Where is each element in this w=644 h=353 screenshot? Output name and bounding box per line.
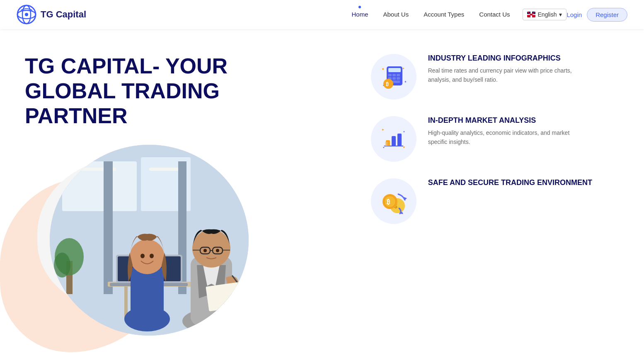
svg-rect-43	[388, 68, 401, 72]
nav-account-types[interactable]: Account Types	[424, 11, 464, 19]
calculator-icon: ✦ ✦ ✦ ✦	[379, 62, 408, 91]
feature-desc-market: High-quality analytics, economic indicat…	[428, 128, 586, 147]
features-section: ✦ ✦ ✦ ✦	[354, 29, 644, 353]
feature-icon-circle-secure: $ ₿	[371, 178, 416, 224]
svg-point-66	[384, 196, 396, 207]
svg-rect-49	[397, 77, 400, 80]
svg-rect-44	[388, 74, 392, 76]
feature-title-secure: SAFE AND SECURE TRADING ENVIRONMENT	[428, 178, 592, 187]
svg-rect-9	[104, 161, 113, 294]
language-label: English	[538, 11, 557, 18]
language-selector[interactable]: English ▾	[523, 9, 567, 20]
main-content: TG CAPITAL- YOUR GLOBAL TRADING PARTNER	[0, 29, 644, 353]
hero-title: TG CAPITAL- YOUR GLOBAL TRADING PARTNER	[25, 54, 240, 128]
svg-rect-60	[392, 136, 396, 146]
svg-rect-46	[397, 74, 400, 76]
svg-text:✦: ✦	[403, 130, 405, 133]
feature-icon-circle-infographics: ✦ ✦ ✦ ✦	[371, 54, 416, 100]
nav-about[interactable]: About Us	[383, 11, 409, 19]
feature-title-market: IN-DEPTH MARKET ANALYSIS	[428, 116, 586, 125]
svg-text:✦: ✦	[383, 146, 385, 149]
hero-image-circle	[50, 145, 249, 336]
svg-point-20	[140, 254, 145, 258]
site-header: TG Capital Home About Us Account Types C…	[0, 0, 644, 29]
svg-point-30	[203, 249, 207, 252]
login-button[interactable]: Login	[567, 11, 582, 18]
register-button[interactable]: Register	[587, 8, 627, 22]
feature-infographics: ✦ ✦ ✦ ✦	[371, 54, 619, 100]
feature-text-infographics: INDUSTRY LEADING INFOGRAPHICS Real time …	[428, 54, 586, 85]
logo-link[interactable]: TG Capital	[17, 5, 86, 24]
feature-desc-infographics: Real time rates and currency pair view w…	[428, 66, 586, 85]
svg-rect-45	[392, 74, 396, 76]
feature-icon-circle-market: ✦ ✦ ✦ ✦	[371, 116, 416, 162]
svg-rect-61	[397, 134, 402, 146]
svg-text:✦: ✦	[402, 67, 405, 71]
logo-text: TG Capital	[41, 9, 86, 20]
svg-point-19	[130, 239, 165, 274]
hero-section: TG CAPITAL- YOUR GLOBAL TRADING PARTNER	[0, 29, 354, 353]
svg-point-3	[25, 13, 28, 16]
svg-text:✦: ✦	[381, 67, 385, 71]
nav-contact[interactable]: Contact Us	[479, 11, 510, 19]
svg-rect-51	[392, 80, 400, 83]
feature-text-market: IN-DEPTH MARKET ANALYSIS High-quality an…	[428, 116, 586, 147]
hero-image-container	[25, 145, 249, 344]
svg-text:₿: ₿	[387, 198, 390, 205]
feature-secure-trading: $ ₿ SAFE AND SECURE TRADING ENVIRONMENT	[371, 178, 619, 224]
flag-icon	[527, 12, 535, 17]
logo-icon	[17, 5, 36, 24]
svg-text:✦: ✦	[404, 80, 407, 84]
svg-rect-8	[149, 168, 182, 171]
svg-rect-62	[385, 142, 387, 146]
hero-illustration	[50, 145, 249, 336]
svg-text:✦: ✦	[381, 128, 385, 132]
feature-title-infographics: INDUSTRY LEADING INFOGRAPHICS	[428, 54, 586, 63]
svg-rect-48	[392, 77, 396, 80]
nav-home[interactable]: Home	[351, 11, 368, 19]
svg-point-31	[216, 249, 219, 252]
svg-point-37	[54, 253, 70, 278]
svg-point-24	[192, 229, 230, 268]
chevron-down-icon: ▾	[559, 11, 562, 18]
main-nav: Home About Us Account Types Contact Us	[351, 11, 510, 19]
feature-text-secure: SAFE AND SECURE TRADING ENVIRONMENT	[428, 178, 592, 190]
barchart-icon: ✦ ✦ ✦ ✦	[379, 124, 408, 153]
svg-point-21	[150, 254, 154, 258]
header-actions: Login Register	[567, 8, 627, 22]
coins-icon: $ ₿	[379, 187, 408, 216]
feature-market-analysis: ✦ ✦ ✦ ✦ IN-DEPTH MARKET ANALYSIS High-qu…	[371, 116, 619, 162]
svg-text:₿: ₿	[386, 81, 389, 87]
